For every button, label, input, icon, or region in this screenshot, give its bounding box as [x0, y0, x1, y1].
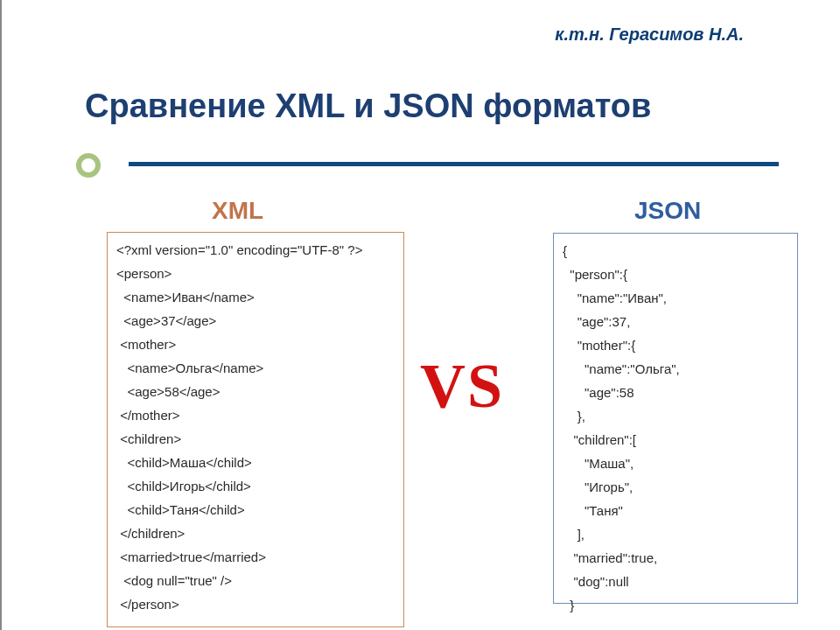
xml-code-block: <?xml version="1.0" encoding="UTF-8" ?> …: [107, 232, 404, 627]
vs-label: VS: [420, 350, 504, 423]
title-bullet-icon: [76, 153, 101, 178]
json-code-block: { "person":{ "name":"Иван", "age":37, "m…: [553, 233, 798, 604]
author-label: к.т.н. Герасимов Н.А.: [555, 24, 744, 45]
xml-column-heading: XML: [212, 197, 263, 225]
title-underline: [129, 162, 779, 166]
json-column-heading: JSON: [634, 197, 701, 225]
slide-title: Сравнение XML и JSON форматов: [85, 88, 805, 125]
